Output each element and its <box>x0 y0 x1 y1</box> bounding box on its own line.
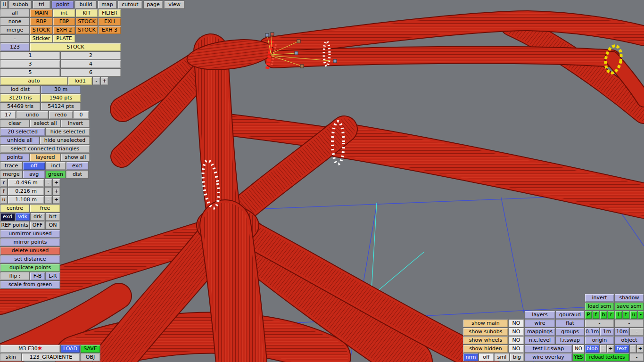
subobj-stock2[interactable]: STOCK <box>30 26 53 34</box>
skin-name[interactable]: 123_GRADIENTE <box>22 353 80 362</box>
text-minus-button[interactable]: - <box>629 345 636 353</box>
subobj-fbp[interactable]: FBP <box>53 17 75 26</box>
show-main-label[interactable]: show main <box>463 319 508 328</box>
unhide-all-button[interactable]: unhide all <box>0 136 40 145</box>
merge-avg-button[interactable]: avg <box>23 170 45 179</box>
view-p-button[interactable]: P <box>585 311 592 319</box>
coord-r-minus[interactable]: - <box>44 179 52 187</box>
show-wheels-label[interactable]: show wheels <box>463 336 508 345</box>
ref-off-button[interactable]: OFF <box>30 221 45 230</box>
gouraud-button[interactable]: gouraud <box>555 311 585 319</box>
lod-auto-button[interactable]: auto <box>0 77 68 85</box>
flip-fb-button[interactable]: F-B <box>30 272 45 280</box>
origin-button[interactable]: origin <box>585 336 614 345</box>
nc-level-button[interactable]: n.c.level <box>524 336 555 345</box>
mirror-points-button[interactable]: mirror points <box>0 238 60 247</box>
page-4-button[interactable]: 4 <box>60 60 121 68</box>
shadow-button[interactable]: shadow <box>614 294 644 302</box>
save-button[interactable]: SAVE <box>80 345 100 353</box>
view-dot-button[interactable]: • <box>637 311 644 319</box>
subobj-rbp[interactable]: RBP <box>30 17 53 26</box>
test-lr-swap-button[interactable]: test l.r.swap <box>524 345 572 353</box>
view-r-button[interactable]: r <box>607 311 615 319</box>
coord-u-minus[interactable]: - <box>44 196 52 204</box>
grid-01m-button[interactable]: 0.1m <box>585 328 600 336</box>
subobj-kit[interactable]: KIT <box>75 9 98 17</box>
menu-subob[interactable]: subob <box>9 0 32 9</box>
layers-button[interactable]: layers <box>524 311 555 319</box>
flip-lr-button[interactable]: L-R <box>45 272 60 280</box>
subobj-plate[interactable]: PLATE <box>53 34 75 43</box>
subobj-int[interactable]: int <box>53 9 75 17</box>
blob-plus-button[interactable]: + <box>607 345 614 353</box>
menu-point[interactable]: point <box>51 0 74 9</box>
reload-textures-button[interactable]: reload textures <box>585 353 629 362</box>
flat-button[interactable]: flat <box>555 319 585 328</box>
view-l-button[interactable]: l <box>615 311 622 319</box>
trace-incl-button[interactable]: incl <box>45 162 66 170</box>
duplicate-points-button[interactable]: duplicate points <box>0 263 60 272</box>
coord-u-plus[interactable]: + <box>52 196 60 204</box>
menu-build[interactable]: build <box>75 0 97 9</box>
lr-swap-button[interactable]: l.r.swap <box>555 336 585 345</box>
subobj-all-button[interactable]: all <box>0 9 30 17</box>
trace-excl-button[interactable]: excl <box>66 162 89 170</box>
delete-unused-button[interactable]: delete unused <box>0 247 60 255</box>
scale-from-green-button[interactable]: scale from green <box>0 280 60 289</box>
menu-h[interactable]: H <box>1 0 8 9</box>
hide-selected-button[interactable]: hide selected <box>45 128 90 136</box>
coord-f-value[interactable]: 0.216 m <box>8 187 44 196</box>
menu-page[interactable]: page <box>143 0 163 9</box>
show-all-button[interactable]: show all <box>61 153 90 162</box>
wire-overlay-button[interactable]: wire overlay <box>524 353 572 362</box>
drk-button[interactable]: drk <box>30 213 45 221</box>
points-mode-button[interactable]: points <box>0 153 30 162</box>
subobj-stock[interactable]: STOCK <box>75 17 98 26</box>
trace-button[interactable]: trace <box>0 162 23 170</box>
show-wheels-toggle[interactable]: NO <box>508 336 524 345</box>
show-hidden-toggle[interactable]: NO <box>508 345 524 353</box>
wire-button[interactable]: wire <box>524 319 555 328</box>
page-123-button[interactable]: 123 <box>0 43 30 51</box>
lod-level[interactable]: lod1 <box>68 77 92 85</box>
menu-cutout[interactable]: cutout <box>118 0 142 9</box>
trace-off-button[interactable]: off <box>23 162 45 170</box>
invert-selection-button[interactable]: invert <box>61 119 90 128</box>
coord-r-value[interactable]: -0.496 m <box>8 179 44 187</box>
hide-unselected-button[interactable]: hide unselected <box>40 136 90 145</box>
load-scm-button[interactable]: load scm <box>585 302 614 311</box>
coord-f-minus[interactable]: - <box>44 187 52 196</box>
nrm-off-button[interactable]: off <box>479 353 494 362</box>
subobj-main[interactable]: MAIN <box>30 9 53 17</box>
spare-minus-2[interactable]: - <box>614 319 644 328</box>
subobj-merge-button[interactable]: merge <box>0 26 30 34</box>
subobj-sticker[interactable]: Sticker <box>30 34 53 43</box>
grid-1m-button[interactable]: 1m <box>600 328 614 336</box>
mappings-button[interactable]: mappings <box>524 328 555 336</box>
subobj-stock3[interactable]: STOCK <box>75 26 98 34</box>
nrm-sml-button[interactable]: sml <box>494 353 510 362</box>
page-5-button[interactable]: 5 <box>0 68 60 77</box>
subobj-exh2[interactable]: EXH 2 <box>53 26 75 34</box>
lod-plus-button[interactable]: + <box>100 77 108 85</box>
page-6-button[interactable]: 6 <box>60 68 121 77</box>
vdk-button[interactable]: vdk <box>15 213 30 221</box>
view-b-button[interactable]: b <box>600 311 607 319</box>
unmirror-unused-button[interactable]: unmirror unused <box>0 230 60 238</box>
merge-points-button[interactable]: merge <box>0 170 23 179</box>
subobj-exh3[interactable]: EXH 3 <box>98 26 121 34</box>
free-button[interactable]: free <box>30 204 60 213</box>
select-connected-button[interactable]: select connected triangles <box>0 145 90 153</box>
page-3-button[interactable]: 3 <box>0 60 60 68</box>
page-2-button[interactable]: 2 <box>60 51 121 60</box>
menu-map[interactable]: map <box>98 0 117 9</box>
view-u-button[interactable]: u <box>630 311 637 319</box>
save-scm-button[interactable]: save scm <box>614 302 644 311</box>
show-main-toggle[interactable]: NO <box>508 319 524 328</box>
text-plus-button[interactable]: + <box>636 345 644 353</box>
current-subobject-bar[interactable]: STOCK <box>30 43 121 51</box>
object-button[interactable]: object <box>614 336 644 345</box>
subobj-none-button[interactable]: none <box>0 17 30 26</box>
show-hidden-label[interactable]: show hidden <box>463 345 508 353</box>
grid-minus-button[interactable]: - <box>629 328 644 336</box>
